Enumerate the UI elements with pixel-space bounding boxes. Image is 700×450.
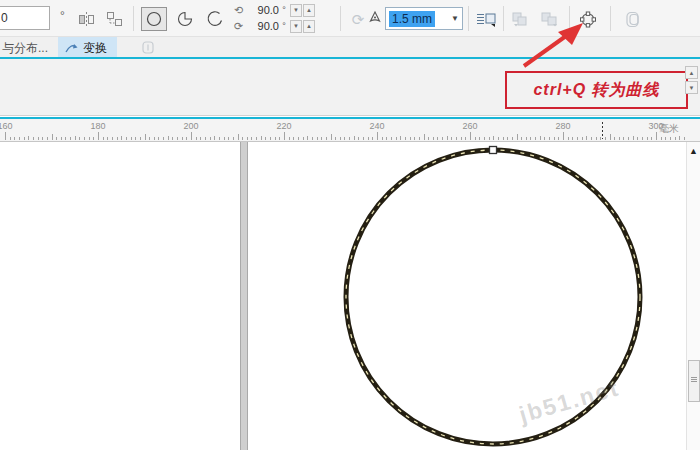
ruler-tick: [647, 137, 648, 140]
panel-scroll-down-button[interactable]: ▼: [685, 81, 698, 94]
rotation-y-row: ⟳ 90.0 ° ▼ ▲: [234, 18, 336, 34]
ruler-tick: [56, 137, 57, 140]
ruler-tick: [275, 137, 276, 140]
degree-label: °: [60, 9, 65, 23]
toolbar-separator: [503, 6, 504, 31]
rotation-y-unit: °: [279, 21, 289, 31]
ellipse-mode-button[interactable]: [141, 7, 167, 31]
ruler-tick: [596, 137, 597, 140]
drawing-canvas[interactable]: jb51.net ▲: [0, 142, 700, 450]
rotation-x-row: ⟲ 90.0 ° ▼ ▲: [234, 2, 336, 18]
ruler-tick: [419, 137, 420, 140]
rotate-cw-icon: ⟳: [234, 20, 249, 33]
wrap-text-icon: [475, 10, 497, 28]
ruler-tick: [238, 134, 239, 140]
ruler-tick: [568, 137, 569, 140]
ruler-label: 200: [183, 121, 198, 131]
rotation-x-down-button[interactable]: ▼: [290, 4, 302, 17]
ruler-tick: [479, 137, 480, 140]
ruler-tick: [535, 137, 536, 140]
arc-mode-button[interactable]: [202, 7, 228, 31]
rotation-x-value[interactable]: 90.0: [249, 4, 279, 16]
ruler-tick: [79, 137, 80, 140]
dropdown-arrow-icon[interactable]: ▼: [451, 14, 459, 23]
ruler-tick: [651, 137, 652, 140]
ruler-tick: [377, 132, 378, 140]
ruler-tick: [163, 137, 164, 140]
group-disabled-button[interactable]: [507, 7, 533, 31]
ruler-cursor-marker: [602, 122, 603, 139]
ruler-label: 260: [462, 121, 477, 131]
scrollbar-up-arrow-icon[interactable]: ▲: [689, 146, 698, 156]
rotation-y-up-button[interactable]: ▲: [303, 20, 315, 33]
ruler-tick: [530, 137, 531, 140]
ruler-tick: [507, 137, 508, 140]
panel-scroll-buttons: ▲ ▼: [684, 66, 698, 94]
scrollbar-thumb[interactable]: [688, 360, 700, 402]
angle-input[interactable]: [0, 6, 50, 30]
ruler-tick: [28, 136, 29, 140]
ungroup-disabled-button[interactable]: [536, 7, 562, 31]
rotation-spinners: ⟲ 90.0 ° ▼ ▲ ⟳ 90.0 ° ▼ ▲: [234, 2, 336, 36]
rotation-y-value[interactable]: 90.0: [249, 20, 279, 32]
ruler-tick: [307, 136, 308, 140]
tab-transform-label: 变换: [83, 40, 107, 57]
ruler-tick: [224, 137, 225, 140]
ruler-label: 240: [369, 121, 384, 131]
rotation-x-up-button[interactable]: ▲: [303, 4, 315, 17]
ruler-tick: [19, 137, 20, 140]
ruler-tick: [33, 137, 34, 140]
ruler-tick: [247, 137, 248, 140]
ruler-tick: [293, 137, 294, 140]
ruler-tick: [526, 137, 527, 140]
ellipse-icon: [144, 10, 164, 28]
ruler-tick: [200, 137, 201, 140]
convert-to-curves-button[interactable]: [574, 7, 602, 31]
ruler-tick: [89, 137, 90, 140]
tab-transform[interactable]: 变换: [58, 37, 117, 57]
ruler-tick: [84, 137, 85, 140]
ruler-tick: [451, 137, 452, 140]
ruler-tick: [675, 137, 676, 140]
ruler-tick: [75, 136, 76, 140]
ruler-tick: [228, 137, 229, 140]
ruler-tick: [186, 137, 187, 140]
panel-scroll-up-button[interactable]: ▲: [685, 66, 698, 79]
order-objects-button[interactable]: [102, 7, 126, 31]
ruler-tick: [475, 137, 476, 140]
ruler-tick: [605, 137, 606, 140]
ruler-tick: [414, 137, 415, 140]
mirror-horizontal-icon: [77, 10, 96, 28]
vertical-scrollbar[interactable]: ▲: [686, 142, 700, 450]
outline-width-combobox[interactable]: 1.5 mm ▼: [385, 7, 463, 30]
ruler-tick: [177, 137, 178, 140]
pie-mode-button[interactable]: [172, 7, 198, 31]
toolbar-separator: [340, 6, 341, 31]
outline-pen-button[interactable]: [366, 7, 384, 31]
ruler-tick: [437, 137, 438, 140]
ellipse-node-handle[interactable]: [490, 147, 497, 154]
ruler-label: 300: [648, 121, 663, 131]
ruler-tick: [42, 137, 43, 140]
ruler-tick: [210, 137, 211, 140]
horizontal-ruler[interactable]: 毫米 160180200220240260280300: [0, 119, 700, 142]
order-objects-icon: [105, 10, 124, 28]
wrap-text-button[interactable]: [472, 7, 500, 31]
outline-disabled-button[interactable]: [620, 7, 648, 31]
ruler-tick: [549, 137, 550, 140]
tab-align-distribute[interactable]: 与分布...: [2, 40, 48, 57]
ruler-tick: [447, 136, 448, 140]
docker-panel: ctrl+Q 转为曲线 ▲ ▼: [0, 59, 700, 116]
ruler-tick: [344, 137, 345, 140]
ruler-tick: [93, 137, 94, 140]
ruler-tick: [265, 137, 266, 140]
ruler-tick: [572, 137, 573, 140]
ruler-tick: [354, 136, 355, 140]
ruler-tick: [191, 132, 192, 140]
rotate-ccw-icon: ⟲: [234, 4, 249, 17]
ruler-tick: [182, 137, 183, 140]
mirror-horizontal-button[interactable]: [74, 7, 98, 31]
ruler-tick: [623, 137, 624, 140]
ruler-tick: [65, 137, 66, 140]
rotation-y-down-button[interactable]: ▼: [290, 20, 302, 33]
